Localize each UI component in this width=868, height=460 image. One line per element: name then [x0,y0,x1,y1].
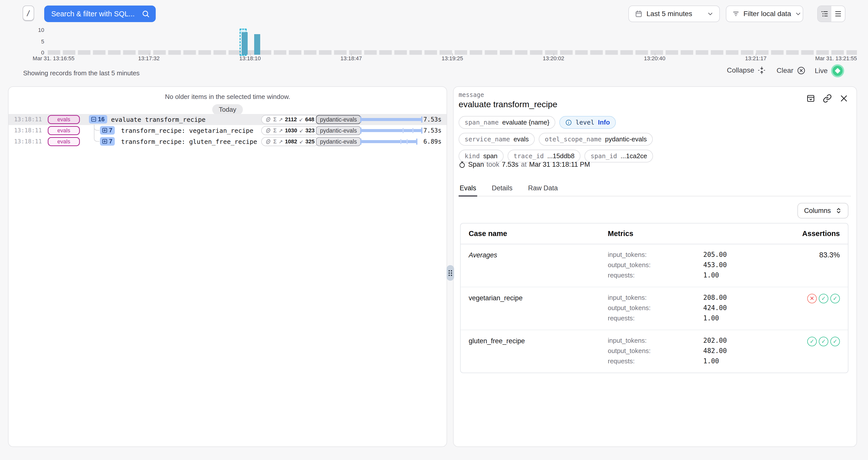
attribute-pill-otel-scope[interactable]: otel_scope_namepydantic-evals [539,133,653,145]
record-row-child[interactable]: 13:18:11 evals 7 transform_recipe: veget… [8,125,446,136]
duration-bar [360,118,423,122]
token-usage-chip: Σ ↗1030 ↙323 [261,126,319,135]
chevron-down-icon [707,11,713,17]
attribute-pills: span_nameevaluate {name} levelInfo servi… [459,116,653,162]
assertion-pass-icon: ✓ [830,294,840,303]
x-axis-label: Mar 31. 13:16:55 [33,55,74,62]
showing-records-text: Showing records from the last 5 minutes [23,69,140,77]
duration-bar [360,140,417,144]
collapse-button[interactable]: Collapse [727,66,766,74]
close-icon[interactable] [839,94,848,103]
search-placeholder: Search & filter with SQL... [51,10,137,18]
records-timeline-chart[interactable]: 10 5 0 Mar 31. 13:16:55 13:17:32 13:18:1… [0,25,868,65]
x-axis-tickmark [554,53,554,56]
record-row-parent[interactable]: 13:18:11 evals 16 evaluate transform_rec… [8,114,446,125]
output-tokens: 323 [305,127,315,134]
assertion-pass-icon: ✓ [807,337,817,346]
timeline-bar-selected[interactable] [242,32,248,55]
assertion-pass-icon: ✓ [830,337,840,346]
tab-raw-data[interactable]: Raw Data [527,184,559,196]
attribute-pill-service-name[interactable]: service_nameevals [459,133,535,145]
record-time: 13:18:11 [14,116,42,123]
input-tokens-arrow-icon: ↗ [279,139,283,144]
output-tokens: 648 [305,116,314,123]
sum-icon: Σ [273,138,277,145]
otel-scope-tag[interactable]: pydantic-evals [316,126,361,135]
tab-evals[interactable]: Evals [459,184,477,197]
otel-scope-tag[interactable]: pydantic-evals [316,115,361,124]
plus-square-icon [102,128,107,133]
duration-value: 7.53s [424,116,441,123]
x-axis-labels: Mar 31. 13:16:55 13:17:32 13:18:10 13:18… [48,55,857,63]
time-range-select[interactable]: Last 5 minutes [628,5,720,22]
child-count: 7 [109,138,112,145]
sum-icon: Σ [273,116,277,123]
evals-tag-badge[interactable]: evals [48,126,80,135]
columns-button[interactable]: Columns [798,203,848,219]
detail-title: evaluate transform_recipe [459,99,557,109]
info-icon [565,119,572,126]
stopwatch-icon [459,161,466,168]
tree-view-button[interactable] [818,6,831,22]
attribute-pill-level[interactable]: levelInfo [559,116,616,129]
live-indicator-icon[interactable] [831,64,844,77]
span-name[interactable]: transform_recipe: gluten_free_recipe [121,138,257,145]
copy-link-icon[interactable] [823,94,832,103]
span-detail-panel: message evaluate transform_recipe span_n… [453,86,857,447]
search-icon [142,10,150,18]
evals-tag-badge[interactable]: evals [48,115,80,124]
expand-children-badge[interactable]: 7 [100,137,115,145]
span-duration-summary: Span took 7.53s at Mar 31 13:18:11 PM [459,161,590,168]
empty-window-notice: No older items in the selected time wind… [8,93,446,101]
panel-resize-handle[interactable] [446,265,454,281]
input-tokens: 1030 [285,127,297,134]
list-view-button[interactable] [831,6,845,22]
sum-icon: Σ [273,127,277,134]
detail-tabs: Evals Details Raw Data [459,184,851,196]
attribute-pill-span-name[interactable]: span_nameevaluate {name} [459,116,555,129]
metrics-cell: input_tokens:202.00 output_tokens:482.00… [608,337,775,365]
record-row-child[interactable]: 13:18:11 evals 7 transform_recipe: glute… [8,136,446,147]
logfire-live-view: / Search & filter with SQL... Last 5 min… [0,0,868,460]
x-axis-label: 13:20:40 [644,55,665,62]
duration-value: 6.89s [424,138,441,145]
timeline-bar[interactable] [254,34,260,55]
x-axis-label: 13:18:47 [340,55,362,62]
sort-updown-icon [835,207,842,214]
tokens-icon [265,117,271,123]
x-axis-tickmark [250,53,251,56]
x-axis-tickmark [351,53,352,56]
assertions-percentage: 83.3% [775,251,840,279]
live-label: Live [815,67,828,75]
otel-scope-tag[interactable]: pydantic-evals [316,137,361,146]
tree-connector [94,125,99,142]
clear-button[interactable]: Clear [777,66,805,75]
clear-label: Clear [777,67,794,74]
span-name[interactable]: evaluate transform_recipe [111,116,206,123]
assertion-pass-icon: ✓ [819,337,828,346]
dock-panel-icon[interactable] [806,94,815,103]
table-row-gluten-free-recipe: gluten_free_recipe input_tokens:202.00 o… [461,330,848,373]
span-name[interactable]: transform_recipe: vegetarian_recipe [121,127,253,134]
collapse-children-badge[interactable]: 16 [89,115,107,124]
live-toggle[interactable]: Live [815,64,844,77]
expand-children-badge[interactable]: 7 [100,126,115,135]
x-axis-label: 13:21:17 [745,55,767,62]
record-time: 13:18:11 [14,138,42,144]
tab-details[interactable]: Details [491,184,514,196]
case-name: vegetarian_recipe [469,294,608,322]
chevron-down-icon [795,11,801,17]
table-row-vegetarian-recipe: vegetarian_recipe input_tokens:208.00 ou… [461,287,848,330]
tree-view-icon [821,10,828,18]
evals-tag-badge[interactable]: evals [48,137,80,146]
case-name: Averages [469,251,608,279]
input-tokens-arrow-icon: ↗ [279,128,283,134]
search-button[interactable]: Search & filter with SQL... [44,5,156,22]
assertions-icons: ✕ ✓ ✓ [775,294,840,322]
minus-square-icon [91,117,96,122]
col-header-metrics: Metrics [608,230,775,238]
child-count: 16 [98,116,105,123]
record-rows: 13:18:11 evals 16 evaluate transform_rec… [8,114,446,147]
attribute-pill-span-id[interactable]: span_id...1ca2ce [584,150,653,162]
filter-local-data-select[interactable]: Filter local data [726,5,803,22]
